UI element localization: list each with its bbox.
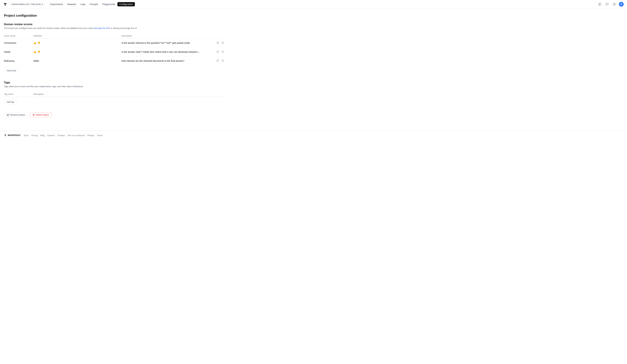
score-def-emoji-correctness: 👍, 👎 [33, 42, 40, 44]
book-icon [598, 3, 601, 6]
footer-link-terms[interactable]: Terms [97, 134, 103, 137]
navbar: braintrustdata.com / Help Desk ▾ Experim… [0, 0, 627, 8]
rename-project-label: Rename project [10, 114, 25, 116]
tags-title: Tags [4, 81, 225, 84]
human-review-desc-before: The scores you configure here are meant … [4, 27, 95, 29]
book-icon-button[interactable] [597, 2, 603, 7]
nav-link-datasets[interactable]: Datasets [65, 2, 78, 6]
human-review-desc: The scores you configure here are meant … [4, 27, 225, 29]
footer-link-docs[interactable]: Docs [24, 134, 29, 137]
nav-link-logs[interactable]: Logs [79, 2, 87, 6]
score-desc-correctness: Is the answer relevant to the question? … [121, 39, 211, 48]
rename-project-button[interactable]: Rename project [4, 112, 28, 117]
tags-desc: Tags allow you to track and filter your … [4, 85, 225, 88]
score-def-clarity: 👍, 👎 [33, 48, 121, 56]
delete-project-button[interactable]: Delete project [30, 112, 52, 117]
scores-table: Score name Definition Description Correc… [4, 33, 225, 65]
nav-link-experiments[interactable]: Experiments [48, 2, 65, 6]
chat-icon [606, 3, 609, 6]
edit-correctness-button[interactable] [216, 41, 220, 45]
col-header-description: Description [121, 33, 211, 39]
score-name-clarity: Clarity [4, 48, 33, 56]
edit-icon [216, 59, 219, 62]
delete-correctness-button[interactable] [221, 41, 225, 45]
col-header-tag-description: Description [33, 92, 225, 97]
project-actions: Rename project Delete project [4, 112, 225, 117]
user-avatar[interactable]: A [619, 2, 624, 7]
footer-links: Docs Pricing Blog Careers Contact Join u… [24, 134, 103, 137]
edit-icon [216, 51, 219, 53]
nav-right: A [597, 2, 624, 7]
trash-icon [222, 42, 224, 44]
project-selector[interactable]: braintrustdata.com / Help Desk ▾ [10, 2, 45, 6]
table-row: Relevancy Slider How relevant are the re… [4, 56, 225, 65]
footer: BRAINTRUST Docs Pricing Blog Careers Con… [0, 130, 627, 140]
nav-link-configuration[interactable]: Configuration [117, 2, 135, 6]
svg-point-2 [5, 4, 6, 5]
score-actions-clarity [211, 48, 225, 56]
col-header-score-name: Score name [4, 33, 33, 39]
score-actions-relevancy [211, 56, 225, 65]
footer-link-privacy[interactable]: Privacy [87, 134, 94, 137]
footer-link-careers[interactable]: Careers [47, 134, 55, 137]
footer-brand: BRAINTRUST [4, 134, 21, 137]
col-header-tag-name: Tag name [4, 92, 33, 97]
tags-section: Tags Tags allow you to track and filter … [4, 81, 225, 104]
svg-point-9 [5, 136, 6, 136]
edit-icon [216, 42, 219, 44]
delete-clarity-button[interactable] [221, 50, 225, 54]
edit-clarity-button[interactable] [216, 50, 220, 54]
footer-logo-icon [4, 134, 7, 137]
svg-point-1 [5, 3, 6, 4]
svg-point-0 [4, 3, 5, 4]
add-tag-button[interactable]: Add tag [4, 100, 17, 104]
footer-link-pricing[interactable]: Pricing [31, 134, 38, 137]
tags-table: Tag name Description [4, 92, 225, 97]
help-icon-button[interactable] [612, 2, 617, 7]
footer-link-contact[interactable]: Contact [57, 134, 65, 137]
table-row: Correctness 👍, 👎 Is the answer relevant … [4, 39, 225, 48]
col-header-actions [211, 33, 225, 39]
project-selector-label: braintrustdata.com / Help Desk [12, 3, 41, 5]
nav-link-prompts[interactable]: Prompts [88, 2, 100, 6]
human-review-title: Human review scores [4, 23, 225, 26]
footer-brand-name: BRAINTRUST [8, 134, 21, 136]
edit-relevancy-button[interactable] [216, 59, 220, 63]
footer-link-discord[interactable]: Join us on Discord [67, 134, 85, 137]
score-name-relevancy: Relevancy [4, 56, 33, 65]
trash-icon [222, 59, 224, 62]
rename-icon [7, 114, 9, 116]
human-review-section: Human review scores The scores you confi… [4, 23, 225, 73]
delete-relevancy-button[interactable] [221, 59, 225, 63]
score-def-emoji-clarity: 👍, 👎 [33, 51, 40, 53]
add-score-button[interactable]: Add score [4, 68, 19, 73]
help-icon [613, 3, 616, 6]
chat-icon-button[interactable] [604, 2, 610, 7]
trash-icon [222, 51, 224, 53]
score-def-relevancy: Slider [33, 56, 121, 65]
score-desc-relevancy: How relevant are the retrieved documents… [121, 56, 211, 65]
delete-icon [33, 114, 35, 116]
svg-rect-3 [599, 3, 601, 5]
svg-point-8 [5, 135, 6, 135]
nav-links: Experiments Datasets Logs Prompts Playgr… [48, 2, 596, 6]
nav-link-playgrounds[interactable]: Playgrounds [101, 2, 117, 6]
human-review-desc-after: ) or directly by through the UI. [109, 27, 137, 29]
footer-link-blog[interactable]: Blog [40, 134, 45, 137]
chevron-down-icon: ▾ [42, 3, 43, 5]
score-actions-correctness [211, 39, 225, 48]
api-link[interactable]: through the API [95, 27, 109, 29]
score-name-correctness: Correctness [4, 39, 33, 48]
page-title: Project configuration [4, 14, 225, 17]
braintrust-logo-icon [3, 2, 7, 6]
score-def-correctness: 👍, 👎 [33, 39, 121, 48]
nav-logo [3, 2, 7, 6]
svg-point-7 [4, 135, 5, 135]
main-content: Project configuration Human review score… [0, 8, 229, 130]
col-header-definition: Definition [33, 33, 121, 39]
score-desc-clarity: Is the answer clear? Clarity here means … [121, 48, 211, 56]
table-row: Clarity 👍, 👎 Is the answer clear? Clarit… [4, 48, 225, 56]
delete-project-label: Delete project [36, 114, 49, 116]
